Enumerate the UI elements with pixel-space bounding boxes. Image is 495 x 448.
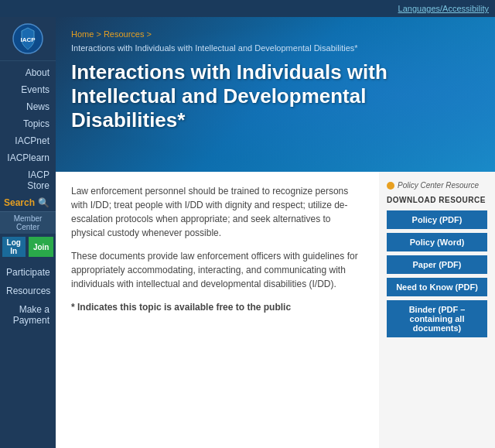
main-text-section: Law enforcement personnel should be trai… [56,172,379,448]
sidebar-item-participate[interactable]: Participate [0,263,56,282]
main-content: Home > Resources > Interactions with Ind… [56,17,495,448]
logo-container: IACP [0,17,56,61]
sidebar-item-topics[interactable]: Topics [0,115,56,132]
sidebar: IACP About Events News Topics IACPnet IA… [0,17,56,448]
sidebar-nav: About Events News Topics IACPnet IACPlea… [0,61,56,194]
page-title: Interactions with Individuals with Intel… [71,60,480,133]
top-bar: Languages/Accessibility [0,0,495,17]
sidebar-item-make-payment[interactable]: Make aPayment [0,300,56,330]
sidebar-item-events[interactable]: Events [0,81,56,98]
auth-buttons: Log In Join [0,234,56,260]
sidebar-item-iacp-store[interactable]: IACP Store [0,166,56,194]
sidebar-item-iacplearn[interactable]: IACPlearn [0,149,56,166]
asterisk-note: * Indicates this topic is available free… [71,300,364,314]
hero-section: Home > Resources > Interactions with Ind… [56,17,495,172]
policy-dot-icon [387,182,394,190]
download-paper-pdf-button[interactable]: Paper (PDF) [387,255,487,274]
download-label: DOWNLOAD RESOURCE [387,196,487,204]
policy-center-badge: Policy Center Resource [387,181,487,190]
paragraph-1: Law enforcement personnel should be trai… [71,184,364,240]
login-button[interactable]: Log In [2,237,26,257]
policy-center-label: Policy Center Resource [398,181,479,190]
search-row[interactable]: Search 🔍 [0,194,56,211]
sidebar-item-news[interactable]: News [0,98,56,115]
sidebar-item-iacpnet[interactable]: IACPnet [0,132,56,149]
page-layout: IACP About Events News Topics IACPnet IA… [0,17,495,448]
member-center-label: Member Center [0,211,56,234]
content-area: Law enforcement personnel should be trai… [56,172,495,448]
breadcrumb: Home > Resources > [71,29,480,39]
paragraph-2: These documents provide law enforcement … [71,249,364,291]
download-policy-word-button[interactable]: Policy (Word) [387,233,487,251]
sidebar-item-about[interactable]: About [0,64,56,81]
download-policy-pdf-button[interactable]: Policy (PDF) [387,210,487,229]
languages-accessibility-link[interactable]: Languages/Accessibility [398,4,489,13]
sidebar-item-resources[interactable]: Resources [0,282,56,300]
sidebar-nav2: Participate Resources Make aPayment [0,263,56,330]
iacp-logo-icon: IACP [12,23,43,54]
search-icon[interactable]: 🔍 [38,197,50,208]
search-label: Search [4,197,35,208]
breadcrumb-subtitle: Interactions with Individuals with Intel… [71,43,480,53]
join-button[interactable]: Join [29,237,54,257]
svg-text:IACP: IACP [20,36,36,43]
right-sidebar: Policy Center Resource DOWNLOAD RESOURCE… [379,172,495,448]
download-binder-button[interactable]: Binder (PDF – containing all documents) [387,300,487,337]
download-need-to-know-button[interactable]: Need to Know (PDF) [387,278,487,296]
